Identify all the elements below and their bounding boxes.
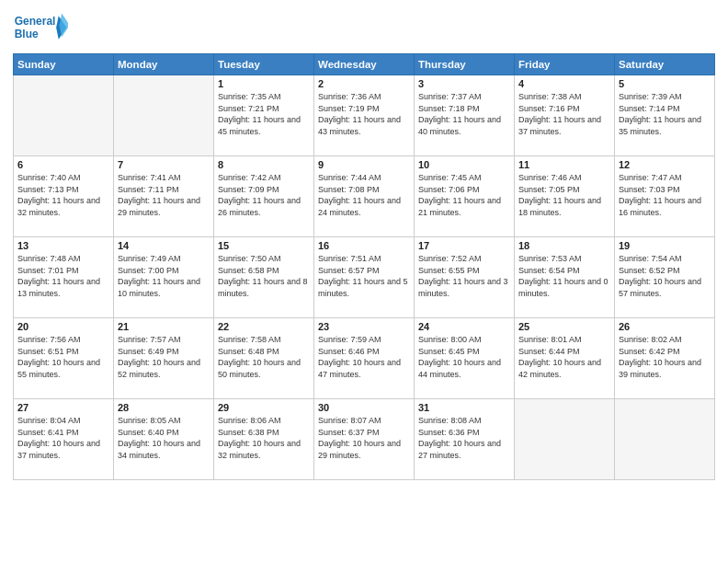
calendar-week-row: 6Sunrise: 7:40 AMSunset: 7:13 PMDaylight…	[14, 156, 715, 237]
day-number: 16	[318, 240, 410, 251]
calendar-week-row: 1Sunrise: 7:35 AMSunset: 7:21 PMDaylight…	[14, 75, 715, 156]
calendar-cell: 20Sunrise: 7:56 AMSunset: 6:51 PMDayligh…	[14, 318, 114, 399]
day-number: 13	[17, 240, 109, 251]
calendar-cell: 28Sunrise: 8:05 AMSunset: 6:40 PMDayligh…	[114, 399, 214, 480]
day-number: 11	[518, 159, 610, 170]
calendar-cell: 14Sunrise: 7:49 AMSunset: 7:00 PMDayligh…	[114, 237, 214, 318]
day-number: 17	[418, 240, 510, 251]
calendar-cell: 18Sunrise: 7:53 AMSunset: 6:54 PMDayligh…	[515, 237, 615, 318]
day-number: 15	[218, 240, 310, 251]
calendar-cell: 27Sunrise: 8:04 AMSunset: 6:41 PMDayligh…	[14, 399, 114, 480]
day-number: 23	[318, 321, 410, 332]
day-info: Sunrise: 7:57 AMSunset: 6:49 PMDaylight:…	[118, 334, 210, 380]
calendar-table: Sunday Monday Tuesday Wednesday Thursday…	[13, 53, 715, 480]
day-number: 9	[318, 159, 410, 170]
calendar-cell: 29Sunrise: 8:06 AMSunset: 6:38 PMDayligh…	[214, 399, 314, 480]
day-number: 14	[118, 240, 210, 251]
calendar-cell: 2Sunrise: 7:36 AMSunset: 7:19 PMDaylight…	[314, 75, 415, 156]
day-number: 30	[318, 402, 410, 413]
calendar-cell: 22Sunrise: 7:58 AMSunset: 6:48 PMDayligh…	[214, 318, 314, 399]
day-info: Sunrise: 7:58 AMSunset: 6:48 PMDaylight:…	[218, 334, 310, 380]
day-info: Sunrise: 7:53 AMSunset: 6:54 PMDaylight:…	[518, 253, 610, 299]
col-thursday: Thursday	[415, 54, 515, 75]
page-header: General Blue	[13, 9, 715, 46]
day-info: Sunrise: 8:06 AMSunset: 6:38 PMDaylight:…	[218, 415, 310, 461]
day-number: 29	[218, 402, 310, 413]
day-info: Sunrise: 7:42 AMSunset: 7:09 PMDaylight:…	[218, 172, 310, 218]
day-info: Sunrise: 8:07 AMSunset: 6:37 PMDaylight:…	[318, 415, 410, 461]
calendar-cell: 10Sunrise: 7:45 AMSunset: 7:06 PMDayligh…	[415, 156, 515, 237]
day-info: Sunrise: 7:54 AMSunset: 6:52 PMDaylight:…	[619, 253, 711, 299]
day-number: 22	[218, 321, 310, 332]
col-wednesday: Wednesday	[314, 54, 415, 75]
calendar-cell: 8Sunrise: 7:42 AMSunset: 7:09 PMDaylight…	[214, 156, 314, 237]
calendar-cell	[14, 75, 114, 156]
day-info: Sunrise: 7:40 AMSunset: 7:13 PMDaylight:…	[17, 172, 109, 218]
svg-text:General: General	[15, 15, 56, 28]
day-info: Sunrise: 7:45 AMSunset: 7:06 PMDaylight:…	[418, 172, 510, 218]
calendar-week-row: 20Sunrise: 7:56 AMSunset: 6:51 PMDayligh…	[14, 318, 715, 399]
day-info: Sunrise: 7:52 AMSunset: 6:55 PMDaylight:…	[418, 253, 510, 299]
day-number: 31	[418, 402, 510, 413]
calendar-cell	[114, 75, 214, 156]
day-number: 25	[518, 321, 610, 332]
day-number: 4	[518, 78, 610, 89]
calendar-cell: 6Sunrise: 7:40 AMSunset: 7:13 PMDaylight…	[14, 156, 114, 237]
calendar-cell: 11Sunrise: 7:46 AMSunset: 7:05 PMDayligh…	[515, 156, 615, 237]
calendar-cell	[515, 399, 615, 480]
calendar-cell: 5Sunrise: 7:39 AMSunset: 7:14 PMDaylight…	[615, 75, 715, 156]
day-info: Sunrise: 7:46 AMSunset: 7:05 PMDaylight:…	[518, 172, 610, 218]
day-number: 26	[619, 321, 711, 332]
day-info: Sunrise: 7:44 AMSunset: 7:08 PMDaylight:…	[318, 172, 410, 218]
calendar-cell: 21Sunrise: 7:57 AMSunset: 6:49 PMDayligh…	[114, 318, 214, 399]
day-number: 19	[619, 240, 711, 251]
col-sunday: Sunday	[14, 54, 114, 75]
calendar-header-row: Sunday Monday Tuesday Wednesday Thursday…	[14, 54, 715, 75]
calendar-cell: 13Sunrise: 7:48 AMSunset: 7:01 PMDayligh…	[14, 237, 114, 318]
day-info: Sunrise: 7:47 AMSunset: 7:03 PMDaylight:…	[619, 172, 711, 218]
day-number: 6	[17, 159, 109, 170]
calendar-cell: 17Sunrise: 7:52 AMSunset: 6:55 PMDayligh…	[415, 237, 515, 318]
day-number: 20	[17, 321, 109, 332]
day-info: Sunrise: 7:48 AMSunset: 7:01 PMDaylight:…	[17, 253, 109, 299]
day-number: 21	[118, 321, 210, 332]
col-tuesday: Tuesday	[214, 54, 314, 75]
day-info: Sunrise: 8:05 AMSunset: 6:40 PMDaylight:…	[118, 415, 210, 461]
day-number: 2	[318, 78, 410, 89]
calendar-cell: 19Sunrise: 7:54 AMSunset: 6:52 PMDayligh…	[615, 237, 715, 318]
day-info: Sunrise: 8:00 AMSunset: 6:45 PMDaylight:…	[418, 334, 510, 380]
day-number: 7	[118, 159, 210, 170]
calendar-cell: 23Sunrise: 7:59 AMSunset: 6:46 PMDayligh…	[314, 318, 415, 399]
svg-text:Blue: Blue	[15, 28, 39, 40]
day-info: Sunrise: 7:59 AMSunset: 6:46 PMDaylight:…	[318, 334, 410, 380]
col-monday: Monday	[114, 54, 214, 75]
day-number: 3	[418, 78, 510, 89]
calendar-cell: 15Sunrise: 7:50 AMSunset: 6:58 PMDayligh…	[214, 237, 314, 318]
calendar-cell: 7Sunrise: 7:41 AMSunset: 7:11 PMDaylight…	[114, 156, 214, 237]
calendar-cell: 24Sunrise: 8:00 AMSunset: 6:45 PMDayligh…	[415, 318, 515, 399]
day-info: Sunrise: 7:49 AMSunset: 7:00 PMDaylight:…	[118, 253, 210, 299]
day-info: Sunrise: 7:56 AMSunset: 6:51 PMDaylight:…	[17, 334, 109, 380]
day-number: 5	[619, 78, 711, 89]
day-number: 12	[619, 159, 711, 170]
day-info: Sunrise: 8:01 AMSunset: 6:44 PMDaylight:…	[518, 334, 610, 380]
day-info: Sunrise: 7:41 AMSunset: 7:11 PMDaylight:…	[118, 172, 210, 218]
calendar-week-row: 13Sunrise: 7:48 AMSunset: 7:01 PMDayligh…	[14, 237, 715, 318]
logo-svg: General Blue	[13, 9, 68, 46]
calendar-cell: 4Sunrise: 7:38 AMSunset: 7:16 PMDaylight…	[515, 75, 615, 156]
day-info: Sunrise: 7:35 AMSunset: 7:21 PMDaylight:…	[218, 91, 310, 137]
calendar-cell: 31Sunrise: 8:08 AMSunset: 6:36 PMDayligh…	[415, 399, 515, 480]
day-info: Sunrise: 7:39 AMSunset: 7:14 PMDaylight:…	[619, 91, 711, 137]
day-info: Sunrise: 7:37 AMSunset: 7:18 PMDaylight:…	[418, 91, 510, 137]
day-info: Sunrise: 8:08 AMSunset: 6:36 PMDaylight:…	[418, 415, 510, 461]
day-info: Sunrise: 8:02 AMSunset: 6:42 PMDaylight:…	[619, 334, 711, 380]
calendar-cell: 3Sunrise: 7:37 AMSunset: 7:18 PMDaylight…	[415, 75, 515, 156]
calendar-cell: 16Sunrise: 7:51 AMSunset: 6:57 PMDayligh…	[314, 237, 415, 318]
calendar-cell: 25Sunrise: 8:01 AMSunset: 6:44 PMDayligh…	[515, 318, 615, 399]
day-number: 27	[17, 402, 109, 413]
calendar-cell: 9Sunrise: 7:44 AMSunset: 7:08 PMDaylight…	[314, 156, 415, 237]
col-saturday: Saturday	[615, 54, 715, 75]
calendar-cell: 30Sunrise: 8:07 AMSunset: 6:37 PMDayligh…	[314, 399, 415, 480]
calendar-cell: 12Sunrise: 7:47 AMSunset: 7:03 PMDayligh…	[615, 156, 715, 237]
calendar-cell: 26Sunrise: 8:02 AMSunset: 6:42 PMDayligh…	[615, 318, 715, 399]
